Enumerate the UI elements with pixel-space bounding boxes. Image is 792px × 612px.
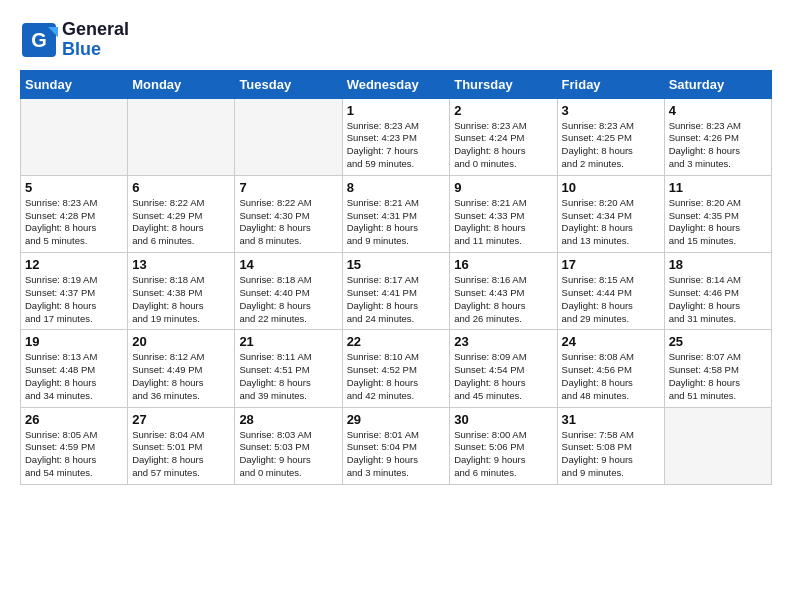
cell-info: Sunrise: 8:11 AMSunset: 4:51 PMDaylight:… bbox=[239, 351, 337, 402]
page: G General Blue SundayMondayTuesdayWednes… bbox=[0, 0, 792, 495]
cell-info: Sunrise: 8:13 AMSunset: 4:48 PMDaylight:… bbox=[25, 351, 123, 402]
logo-blue: Blue bbox=[62, 40, 129, 60]
calendar-cell: 30Sunrise: 8:00 AMSunset: 5:06 PMDayligh… bbox=[450, 407, 557, 484]
day-number: 12 bbox=[25, 257, 123, 272]
svg-text:G: G bbox=[31, 29, 47, 51]
day-number: 28 bbox=[239, 412, 337, 427]
day-number: 4 bbox=[669, 103, 767, 118]
cell-info: Sunrise: 8:21 AMSunset: 4:33 PMDaylight:… bbox=[454, 197, 552, 248]
calendar-cell: 17Sunrise: 8:15 AMSunset: 4:44 PMDayligh… bbox=[557, 253, 664, 330]
calendar-cell: 13Sunrise: 8:18 AMSunset: 4:38 PMDayligh… bbox=[128, 253, 235, 330]
cell-info: Sunrise: 8:15 AMSunset: 4:44 PMDaylight:… bbox=[562, 274, 660, 325]
day-number: 23 bbox=[454, 334, 552, 349]
day-number: 15 bbox=[347, 257, 446, 272]
day-number: 26 bbox=[25, 412, 123, 427]
calendar-cell bbox=[235, 98, 342, 175]
weekday-header-friday: Friday bbox=[557, 70, 664, 98]
cell-info: Sunrise: 8:00 AMSunset: 5:06 PMDaylight:… bbox=[454, 429, 552, 480]
cell-info: Sunrise: 8:22 AMSunset: 4:29 PMDaylight:… bbox=[132, 197, 230, 248]
week-row-1: 1Sunrise: 8:23 AMSunset: 4:23 PMDaylight… bbox=[21, 98, 772, 175]
calendar: SundayMondayTuesdayWednesdayThursdayFrid… bbox=[20, 70, 772, 485]
cell-info: Sunrise: 8:19 AMSunset: 4:37 PMDaylight:… bbox=[25, 274, 123, 325]
cell-info: Sunrise: 8:10 AMSunset: 4:52 PMDaylight:… bbox=[347, 351, 446, 402]
calendar-cell: 18Sunrise: 8:14 AMSunset: 4:46 PMDayligh… bbox=[664, 253, 771, 330]
cell-info: Sunrise: 8:05 AMSunset: 4:59 PMDaylight:… bbox=[25, 429, 123, 480]
calendar-cell: 7Sunrise: 8:22 AMSunset: 4:30 PMDaylight… bbox=[235, 175, 342, 252]
calendar-cell: 11Sunrise: 8:20 AMSunset: 4:35 PMDayligh… bbox=[664, 175, 771, 252]
day-number: 27 bbox=[132, 412, 230, 427]
calendar-cell bbox=[128, 98, 235, 175]
calendar-cell: 6Sunrise: 8:22 AMSunset: 4:29 PMDaylight… bbox=[128, 175, 235, 252]
day-number: 6 bbox=[132, 180, 230, 195]
day-number: 18 bbox=[669, 257, 767, 272]
header: G General Blue bbox=[20, 20, 772, 60]
cell-info: Sunrise: 8:23 AMSunset: 4:26 PMDaylight:… bbox=[669, 120, 767, 171]
day-number: 1 bbox=[347, 103, 446, 118]
calendar-cell: 22Sunrise: 8:10 AMSunset: 4:52 PMDayligh… bbox=[342, 330, 450, 407]
calendar-cell: 19Sunrise: 8:13 AMSunset: 4:48 PMDayligh… bbox=[21, 330, 128, 407]
calendar-cell: 25Sunrise: 8:07 AMSunset: 4:58 PMDayligh… bbox=[664, 330, 771, 407]
cell-info: Sunrise: 8:07 AMSunset: 4:58 PMDaylight:… bbox=[669, 351, 767, 402]
day-number: 16 bbox=[454, 257, 552, 272]
logo: G General Blue bbox=[20, 20, 129, 60]
day-number: 22 bbox=[347, 334, 446, 349]
week-row-4: 19Sunrise: 8:13 AMSunset: 4:48 PMDayligh… bbox=[21, 330, 772, 407]
logo-icon: G bbox=[20, 21, 58, 59]
week-row-5: 26Sunrise: 8:05 AMSunset: 4:59 PMDayligh… bbox=[21, 407, 772, 484]
day-number: 29 bbox=[347, 412, 446, 427]
cell-info: Sunrise: 8:18 AMSunset: 4:38 PMDaylight:… bbox=[132, 274, 230, 325]
cell-info: Sunrise: 7:58 AMSunset: 5:08 PMDaylight:… bbox=[562, 429, 660, 480]
calendar-cell: 8Sunrise: 8:21 AMSunset: 4:31 PMDaylight… bbox=[342, 175, 450, 252]
day-number: 17 bbox=[562, 257, 660, 272]
calendar-cell: 2Sunrise: 8:23 AMSunset: 4:24 PMDaylight… bbox=[450, 98, 557, 175]
weekday-header-sunday: Sunday bbox=[21, 70, 128, 98]
cell-info: Sunrise: 8:09 AMSunset: 4:54 PMDaylight:… bbox=[454, 351, 552, 402]
cell-info: Sunrise: 8:23 AMSunset: 4:24 PMDaylight:… bbox=[454, 120, 552, 171]
calendar-cell: 29Sunrise: 8:01 AMSunset: 5:04 PMDayligh… bbox=[342, 407, 450, 484]
weekday-header-saturday: Saturday bbox=[664, 70, 771, 98]
day-number: 21 bbox=[239, 334, 337, 349]
cell-info: Sunrise: 8:23 AMSunset: 4:28 PMDaylight:… bbox=[25, 197, 123, 248]
cell-info: Sunrise: 8:18 AMSunset: 4:40 PMDaylight:… bbox=[239, 274, 337, 325]
weekday-header-wednesday: Wednesday bbox=[342, 70, 450, 98]
cell-info: Sunrise: 8:22 AMSunset: 4:30 PMDaylight:… bbox=[239, 197, 337, 248]
day-number: 2 bbox=[454, 103, 552, 118]
day-number: 7 bbox=[239, 180, 337, 195]
calendar-cell: 5Sunrise: 8:23 AMSunset: 4:28 PMDaylight… bbox=[21, 175, 128, 252]
day-number: 19 bbox=[25, 334, 123, 349]
day-number: 13 bbox=[132, 257, 230, 272]
day-number: 8 bbox=[347, 180, 446, 195]
weekday-header-tuesday: Tuesday bbox=[235, 70, 342, 98]
calendar-cell: 16Sunrise: 8:16 AMSunset: 4:43 PMDayligh… bbox=[450, 253, 557, 330]
day-number: 30 bbox=[454, 412, 552, 427]
calendar-cell bbox=[664, 407, 771, 484]
day-number: 24 bbox=[562, 334, 660, 349]
calendar-cell: 15Sunrise: 8:17 AMSunset: 4:41 PMDayligh… bbox=[342, 253, 450, 330]
cell-info: Sunrise: 8:17 AMSunset: 4:41 PMDaylight:… bbox=[347, 274, 446, 325]
cell-info: Sunrise: 8:16 AMSunset: 4:43 PMDaylight:… bbox=[454, 274, 552, 325]
day-number: 31 bbox=[562, 412, 660, 427]
day-number: 5 bbox=[25, 180, 123, 195]
day-number: 14 bbox=[239, 257, 337, 272]
day-number: 11 bbox=[669, 180, 767, 195]
week-row-3: 12Sunrise: 8:19 AMSunset: 4:37 PMDayligh… bbox=[21, 253, 772, 330]
cell-info: Sunrise: 8:01 AMSunset: 5:04 PMDaylight:… bbox=[347, 429, 446, 480]
cell-info: Sunrise: 8:12 AMSunset: 4:49 PMDaylight:… bbox=[132, 351, 230, 402]
cell-info: Sunrise: 8:21 AMSunset: 4:31 PMDaylight:… bbox=[347, 197, 446, 248]
calendar-cell: 26Sunrise: 8:05 AMSunset: 4:59 PMDayligh… bbox=[21, 407, 128, 484]
weekday-header-thursday: Thursday bbox=[450, 70, 557, 98]
calendar-cell: 31Sunrise: 7:58 AMSunset: 5:08 PMDayligh… bbox=[557, 407, 664, 484]
calendar-cell: 24Sunrise: 8:08 AMSunset: 4:56 PMDayligh… bbox=[557, 330, 664, 407]
calendar-cell bbox=[21, 98, 128, 175]
calendar-cell: 9Sunrise: 8:21 AMSunset: 4:33 PMDaylight… bbox=[450, 175, 557, 252]
cell-info: Sunrise: 8:20 AMSunset: 4:35 PMDaylight:… bbox=[669, 197, 767, 248]
calendar-cell: 3Sunrise: 8:23 AMSunset: 4:25 PMDaylight… bbox=[557, 98, 664, 175]
day-number: 9 bbox=[454, 180, 552, 195]
cell-info: Sunrise: 8:23 AMSunset: 4:23 PMDaylight:… bbox=[347, 120, 446, 171]
cell-info: Sunrise: 8:20 AMSunset: 4:34 PMDaylight:… bbox=[562, 197, 660, 248]
calendar-cell: 1Sunrise: 8:23 AMSunset: 4:23 PMDaylight… bbox=[342, 98, 450, 175]
calendar-cell: 12Sunrise: 8:19 AMSunset: 4:37 PMDayligh… bbox=[21, 253, 128, 330]
calendar-cell: 28Sunrise: 8:03 AMSunset: 5:03 PMDayligh… bbox=[235, 407, 342, 484]
weekday-header-monday: Monday bbox=[128, 70, 235, 98]
week-row-2: 5Sunrise: 8:23 AMSunset: 4:28 PMDaylight… bbox=[21, 175, 772, 252]
